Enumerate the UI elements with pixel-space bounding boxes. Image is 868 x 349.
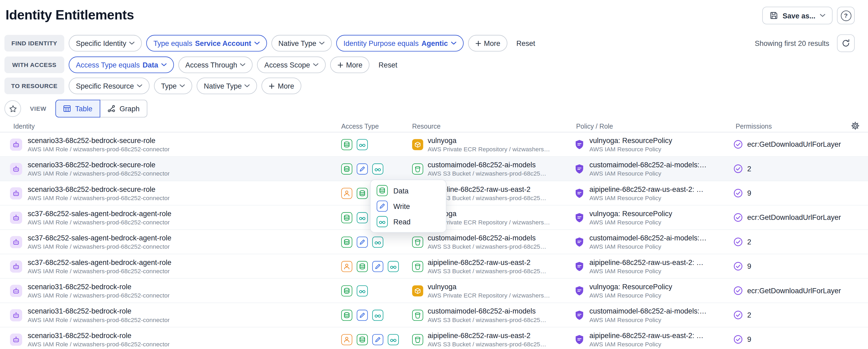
filter-pill-type[interactable]: Type equals Service Account	[146, 35, 267, 52]
table-row[interactable]: scenario33-68c252-bedrock-secure-role AW…	[0, 157, 868, 181]
data-access-icon[interactable]	[341, 285, 352, 296]
table-row[interactable]: sc37-68c252-sales-agent-bedrock-agent-ro…	[0, 254, 868, 279]
page-title: Identity Entitlements	[6, 7, 134, 23]
chevron-down-icon	[319, 41, 324, 45]
column-header-permissions: Permissions	[731, 122, 868, 130]
more-resource-filters-button[interactable]: More	[262, 78, 302, 94]
s3-bucket-icon	[412, 163, 423, 175]
identity-cell: scenario33-68c252-bedrock-secure-role AW…	[0, 136, 341, 153]
identity-subtitle: AWS IAM Role / wizwashers-prod-68c252-co…	[28, 194, 169, 201]
filter-pill-access-type[interactable]: Access Type equals Data	[68, 57, 174, 73]
chevron-down-icon	[254, 41, 259, 45]
results-count: Showing first 20 results	[755, 39, 829, 47]
tab-graph[interactable]: Graph	[99, 100, 147, 117]
popover-item-read[interactable]: Read	[371, 214, 446, 230]
filter-pill-specific-resource[interactable]: Specific Resource	[68, 78, 149, 94]
identity-name: scenario33-68c252-bedrock-secure-role	[28, 185, 169, 194]
reset-find-identity-button[interactable]: Reset	[517, 39, 535, 47]
service-account-icon	[10, 138, 22, 150]
read-access-icon[interactable]	[372, 310, 383, 321]
read-access-icon[interactable]	[356, 285, 368, 296]
table-row[interactable]: scenario31-68c252-bedrock-role AWS IAM R…	[0, 327, 868, 349]
policy-name: vulnyoga: ResourcePolicy	[590, 136, 673, 145]
policy-subtitle: AWS IAM Resource Policy	[590, 292, 673, 299]
admin-access-icon[interactable]	[341, 187, 352, 199]
more-identity-filters-button[interactable]: More	[468, 35, 507, 52]
policy-cell: customaimodel-68c252-ai-models:… AWS IAM…	[571, 161, 731, 177]
identity-subtitle: AWS IAM Role / wizwashers-prod-68c252-co…	[28, 341, 169, 348]
read-access-icon[interactable]	[356, 212, 368, 223]
popover-item-data[interactable]: Data	[371, 183, 446, 198]
identity-subtitle: AWS IAM Role / wizwashers-prod-68c252-co…	[28, 243, 172, 250]
help-button[interactable]: ?	[837, 7, 855, 24]
read-access-icon[interactable]	[388, 261, 399, 272]
policy-icon	[574, 261, 585, 272]
data-access-icon[interactable]	[341, 163, 352, 175]
save-as-button[interactable]: Save as...	[762, 7, 833, 24]
write-access-icon[interactable]	[356, 163, 368, 175]
policy-icon	[574, 310, 585, 321]
reset-with-access-button[interactable]: Reset	[378, 61, 398, 69]
policy-subtitle: AWS IAM Resource Policy	[590, 170, 707, 177]
data-access-icon[interactable]	[356, 187, 368, 199]
column-header-access-type: Access Type	[341, 122, 412, 130]
policy-icon	[574, 212, 585, 223]
pill-value: Agentic	[422, 39, 448, 47]
read-access-icon[interactable]	[372, 236, 383, 248]
refresh-button[interactable]	[837, 34, 855, 52]
view-toggle: Table Graph	[55, 100, 147, 117]
data-access-icon[interactable]	[341, 236, 352, 248]
access-type-icons	[341, 334, 412, 345]
tab-table[interactable]: Table	[55, 100, 100, 117]
star-icon	[8, 104, 17, 113]
resource-cell: customaimodel-68c252-ai-models AWS S3 Bu…	[412, 307, 571, 323]
permissions-value: 2	[747, 238, 751, 246]
data-access-icon[interactable]	[356, 334, 368, 345]
write-access-icon[interactable]	[372, 334, 383, 345]
write-access-icon[interactable]	[372, 261, 383, 272]
admin-access-icon[interactable]	[341, 334, 352, 345]
resource-subtitle: AWS S3 Bucket / wizwashers-prod-68c25…	[428, 341, 546, 348]
favorite-button[interactable]	[4, 100, 21, 117]
resource-subtitle: AWS S3 Bucket / wizwashers-prod-68c25…	[428, 316, 546, 323]
filter-pill-specific-identity[interactable]: Specific Identity	[68, 35, 142, 52]
identity-subtitle: AWS IAM Role / wizwashers-prod-68c252-co…	[28, 219, 172, 226]
pill-label: Specific Resource	[76, 82, 134, 90]
read-access-icon[interactable]	[388, 334, 399, 345]
permission-check-icon	[733, 261, 743, 271]
resource-subtitle: AWS S3 Bucket / wizwashers-prod-68c25…	[428, 170, 546, 177]
table-row[interactable]: scenario31-68c252-bedrock-role AWS IAM R…	[0, 303, 868, 327]
policy-cell: aipipeline-68c252-raw-us-east-2: … AWS I…	[571, 258, 731, 274]
table-row[interactable]: scenario33-68c252-bedrock-secure-role AW…	[0, 132, 868, 156]
popover-item-write[interactable]: Write	[371, 198, 446, 214]
filter-pill-access-through[interactable]: Access Through	[178, 57, 253, 73]
filter-pill-resource-native-type[interactable]: Native Type	[196, 78, 257, 94]
data-access-icon[interactable]	[341, 212, 352, 223]
write-access-icon[interactable]	[356, 310, 368, 321]
filter-pill-resource-type[interactable]: Type	[154, 78, 192, 94]
policy-subtitle: AWS IAM Resource Policy	[590, 145, 673, 153]
columns-settings-button[interactable]	[850, 121, 860, 131]
read-access-icon[interactable]	[372, 163, 383, 175]
table-row[interactable]: sc37-68c252-sales-agent-bedrock-agent-ro…	[0, 230, 868, 254]
more-access-filters-button[interactable]: More	[330, 57, 370, 73]
table-row[interactable]: scenario31-68c252-bedrock-role AWS IAM R…	[0, 279, 868, 303]
read-access-icon[interactable]	[356, 139, 368, 150]
permissions-cell: 9	[731, 261, 868, 271]
data-access-icon[interactable]	[341, 139, 352, 150]
filter-pill-native-type[interactable]: Native Type	[271, 35, 332, 52]
filter-pill-access-scope[interactable]: Access Scope	[257, 57, 326, 73]
filter-pill-identity-purpose[interactable]: Identity Purpose equals Agentic	[336, 35, 463, 52]
to-resource-label: TO RESOURCE	[4, 78, 64, 94]
resource-cell: customaimodel-68c252-ai-models AWS S3 Bu…	[412, 161, 571, 177]
policy-icon	[574, 139, 585, 150]
admin-access-icon[interactable]	[341, 261, 352, 272]
data-access-icon[interactable]	[356, 261, 368, 272]
resource-name: customaimodel-68c252-ai-models	[428, 161, 546, 169]
ecr-repository-icon	[412, 139, 423, 150]
write-access-icon[interactable]	[356, 236, 368, 248]
data-access-icon[interactable]	[341, 310, 352, 321]
policy-cell: vulnyoga: ResourcePolicy AWS IAM Resourc…	[571, 209, 731, 226]
permissions-cell: 2	[731, 310, 868, 320]
policy-subtitle: AWS IAM Resource Policy	[590, 194, 704, 201]
